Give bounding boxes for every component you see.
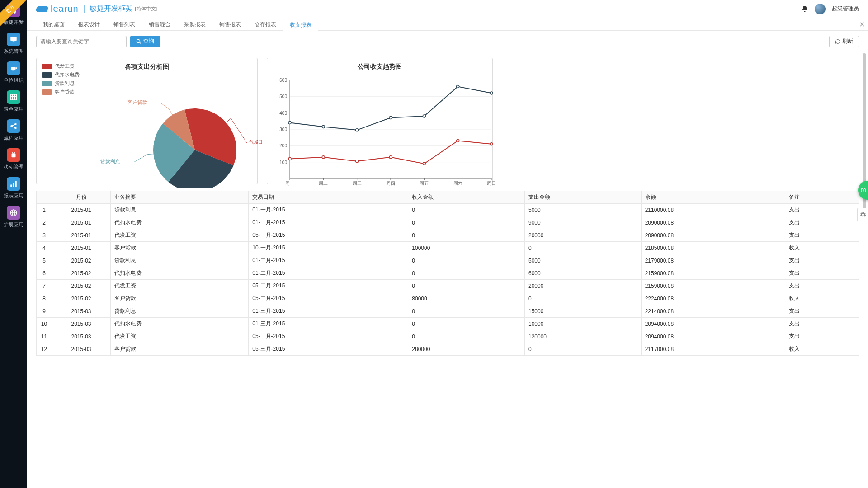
- refresh-icon: [835, 39, 840, 44]
- svg-text:代发工资: 代发工资: [249, 139, 262, 145]
- globe-icon: [7, 206, 20, 220]
- svg-point-67: [423, 162, 425, 165]
- sidebar-item-2[interactable]: 单位组织: [0, 58, 27, 87]
- table-row[interactable]: 62015-02代扣水电费01-二月-2015060002159000.08支出: [37, 267, 859, 280]
- sidebar-item-4[interactable]: 流程应用: [0, 116, 27, 145]
- table-header: 月份: [52, 191, 111, 204]
- svg-point-60: [423, 115, 425, 117]
- logo[interactable]: learun: [36, 4, 79, 14]
- svg-point-59: [389, 117, 392, 119]
- tab-2[interactable]: 销售列表: [107, 18, 142, 30]
- sidebar-item-5[interactable]: 移动管理: [0, 145, 27, 174]
- line-chart: 100200300400500600周一周二周三周四周五周六周日: [272, 71, 496, 188]
- svg-point-13: [14, 152, 15, 153]
- tab-0[interactable]: 我的桌面: [36, 18, 71, 30]
- svg-text:贷款利息: 贷款利息: [100, 159, 120, 164]
- legend-item[interactable]: 客户贷款: [42, 89, 80, 95]
- svg-point-65: [356, 160, 359, 163]
- svg-point-66: [389, 156, 392, 159]
- svg-line-23: [140, 42, 141, 43]
- svg-rect-15: [13, 183, 14, 187]
- svg-rect-16: [15, 181, 17, 187]
- svg-point-62: [490, 92, 493, 94]
- sidebar-item-6[interactable]: 报表应用: [0, 174, 27, 202]
- sidebar-item-label: 系统管理: [4, 48, 24, 55]
- svg-text:周二: 周二: [319, 181, 328, 186]
- svg-point-61: [457, 85, 459, 88]
- svg-point-56: [288, 121, 291, 124]
- chart-icon: [7, 177, 20, 191]
- svg-text:周四: 周四: [386, 181, 395, 186]
- svg-line-9: [12, 124, 15, 126]
- data-table: 月份业务摘要交易日期收入金额支出金额余额备注12015-01贷款利息01-一月-…: [36, 191, 859, 356]
- table-icon: [7, 90, 20, 104]
- table-row[interactable]: 82015-02客户货款05-二月-20158000002224000.08收入: [37, 292, 859, 305]
- table-row[interactable]: 22015-01代扣水电费01-一月-2015090002090000.08支出: [37, 216, 859, 229]
- content-area: 代发工资代扣水电费贷款利息客户贷款 各项支出分析图 代发工资代扣水电费贷款利息客…: [27, 52, 868, 488]
- sidebar-item-label: 单位组织: [4, 77, 24, 84]
- table-row[interactable]: 112015-03代发工资05-三月-201501200002094000.08…: [37, 330, 859, 343]
- sidebar-item-1[interactable]: 系统管理: [0, 29, 27, 58]
- table-header: 支出金额: [524, 191, 641, 204]
- svg-rect-1: [13, 41, 15, 42]
- bell-icon[interactable]: [801, 5, 808, 13]
- sidebar: 敏捷开发系统管理单位组织表单应用流程应用移动管理报表应用扩展应用: [0, 0, 27, 488]
- tab-5[interactable]: 销售报表: [212, 18, 248, 30]
- table-header: [37, 191, 52, 204]
- table-row[interactable]: 72015-02代发工资05-二月-20150200002159000.08支出: [37, 280, 859, 292]
- corner-ribbon[interactable]: 官方: [0, 0, 27, 27]
- svg-point-63: [288, 157, 291, 160]
- table-row[interactable]: 42015-01客户货款10-一月-201510000002185000.08收…: [37, 242, 859, 254]
- svg-line-10: [12, 126, 15, 127]
- svg-text:300: 300: [279, 127, 287, 132]
- sidebar-item-label: 报表应用: [4, 192, 24, 199]
- table-row[interactable]: 92015-03贷款利息01-三月-20150150002214000.08支出: [37, 305, 859, 318]
- svg-text:200: 200: [279, 143, 287, 148]
- legend-item[interactable]: 代扣水电费: [42, 71, 80, 78]
- tab-1[interactable]: 报表设计: [71, 18, 107, 30]
- pie-legend: 代发工资代扣水电费贷款利息客户贷款: [42, 63, 80, 97]
- search-input[interactable]: [36, 36, 127, 47]
- table-row[interactable]: 122015-03客户货款05-三月-201528000002117000.08…: [37, 343, 859, 356]
- svg-text:100: 100: [279, 160, 287, 165]
- table-header: 备注: [785, 191, 859, 204]
- tab-3[interactable]: 销售混合: [142, 18, 177, 30]
- legend-item[interactable]: 代发工资: [42, 63, 80, 70]
- avatar[interactable]: [815, 4, 826, 14]
- refresh-button[interactable]: 刷新: [829, 36, 859, 47]
- svg-point-22: [137, 39, 140, 42]
- query-button[interactable]: 查询: [130, 36, 160, 47]
- language-label[interactable]: [简体中文]: [135, 5, 157, 12]
- tab-7[interactable]: 收支报表: [283, 19, 318, 31]
- tab-6[interactable]: 仓存报表: [248, 18, 283, 30]
- table-row[interactable]: 52015-02贷款利息01-二月-2015050002179000.08支出: [37, 254, 859, 267]
- sidebar-item-label: 流程应用: [4, 135, 24, 141]
- table-row[interactable]: 12015-01贷款利息01-一月-2015050002110000.08支出: [37, 204, 859, 216]
- svg-text:周五: 周五: [420, 181, 429, 186]
- svg-rect-14: [10, 184, 12, 187]
- line-chart-panel: 公司收支趋势图 100200300400500600周一周二周三周四周五周六周日: [267, 58, 493, 184]
- svg-text:400: 400: [279, 111, 287, 116]
- sidebar-item-7[interactable]: 扩展应用: [0, 202, 27, 231]
- app-title: 敏捷开发框架: [90, 4, 133, 14]
- table-header: 余额: [641, 191, 785, 204]
- settings-toggle[interactable]: [857, 208, 868, 221]
- sidebar-item-label: 表单应用: [4, 106, 24, 113]
- svg-text:客户贷款: 客户贷款: [127, 99, 147, 105]
- table-header: 交易日期: [249, 191, 408, 204]
- vertical-scrollbar[interactable]: [863, 53, 867, 486]
- svg-text:周六: 周六: [453, 181, 462, 186]
- share-icon: [7, 119, 20, 133]
- table-header: 收入金额: [408, 191, 525, 204]
- close-icon[interactable]: [856, 18, 868, 30]
- toolbar: 查询 刷新: [27, 31, 868, 52]
- desktop-icon: [7, 33, 20, 46]
- sidebar-item-3[interactable]: 表单应用: [0, 87, 27, 116]
- table-row[interactable]: 32015-01代发工资05-一月-20150200002090000.08支出: [37, 229, 859, 242]
- table-row[interactable]: 102015-03代扣水电费01-三月-20150100002094000.08…: [37, 318, 859, 330]
- svg-point-68: [457, 139, 459, 142]
- svg-rect-2: [10, 94, 17, 100]
- legend-item[interactable]: 贷款利息: [42, 80, 80, 87]
- tab-4[interactable]: 采购报表: [177, 18, 212, 30]
- user-name[interactable]: 超级管理员: [832, 5, 859, 13]
